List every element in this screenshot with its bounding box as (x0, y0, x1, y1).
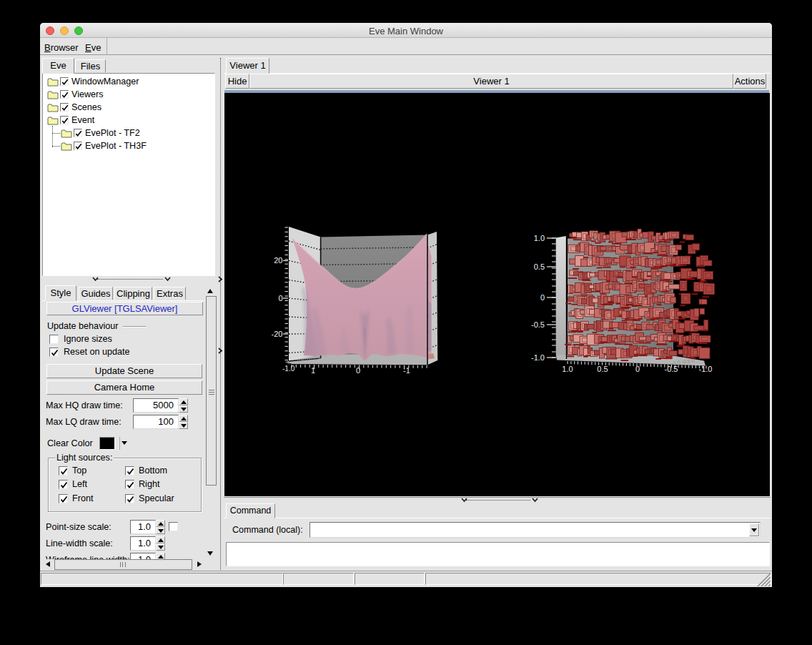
svg-text:-0.5: -0.5 (531, 320, 545, 329)
svg-text:1: 1 (311, 366, 315, 375)
svg-text:-20: -20 (272, 330, 283, 338)
svg-text:-1.0: -1.0 (531, 353, 545, 362)
svg-text:0: 0 (278, 294, 282, 302)
svg-text:0: 0 (540, 293, 545, 302)
svg-text:-0.5: -0.5 (665, 365, 678, 373)
svg-text:-1: -1 (403, 366, 410, 375)
svg-text:-1.0: -1.0 (282, 365, 295, 373)
svg-text:-1.0: -1.0 (699, 365, 713, 373)
svg-text:1.0: 1.0 (562, 365, 573, 373)
svg-text:20: 20 (274, 256, 282, 265)
svg-text:0: 0 (635, 365, 640, 373)
svg-text:0: 0 (356, 366, 360, 375)
svg-text:1.0: 1.0 (534, 234, 545, 242)
svg-text:0.5: 0.5 (534, 262, 545, 271)
svg-text:0.5: 0.5 (597, 365, 608, 373)
